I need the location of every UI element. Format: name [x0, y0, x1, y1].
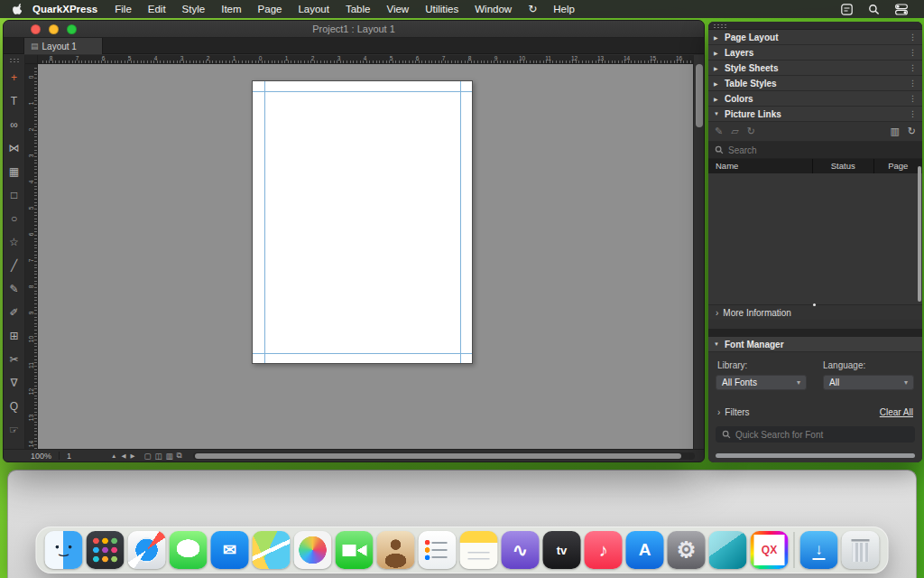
scissors-tool[interactable]: ✂ [4, 348, 25, 371]
safari-icon[interactable] [128, 531, 166, 569]
refresh-icon[interactable]: ↻ [908, 126, 916, 137]
notes-icon[interactable] [460, 531, 498, 569]
palette-scrollbar[interactable] [716, 453, 915, 458]
palette-section-colors[interactable]: ▶ Colors ⋮ [708, 91, 922, 107]
trash-icon[interactable] [842, 531, 880, 569]
search-icon[interactable] [868, 4, 880, 15]
column-header[interactable]: Page [873, 159, 922, 173]
close-button[interactable] [31, 24, 41, 34]
zoom-level-field[interactable]: 100% [31, 452, 51, 461]
downloads-icon[interactable]: ↓ [800, 531, 838, 569]
picture-content-tool[interactable]: ▦ [4, 160, 25, 183]
menu-item[interactable]: Item [221, 4, 241, 14]
pan-tool[interactable]: ☞ [4, 418, 25, 442]
menu-item[interactable]: Utilities [425, 4, 458, 14]
thumbnail-view-icon[interactable]: ▥ [166, 452, 173, 461]
oval-box-tool[interactable]: ○ [4, 207, 25, 230]
tables-tool[interactable]: ⊞ [4, 324, 25, 348]
facetime-icon[interactable] [336, 531, 374, 569]
next-page-icon[interactable]: ▶ [130, 452, 134, 460]
scrollbar-thumb[interactable] [195, 453, 682, 459]
page-number-field[interactable]: 1 [67, 452, 71, 461]
language-dropdown[interactable]: All ▾ [823, 375, 914, 390]
column-header[interactable]: Status [812, 159, 873, 173]
columns-icon[interactable]: ▥ [890, 126, 899, 137]
bezier-pen-tool[interactable]: ✎ [4, 277, 25, 301]
zoom-tool[interactable]: Q [4, 395, 25, 418]
single-page-view-icon[interactable]: ▢ [143, 452, 151, 461]
palette-scrollbar[interactable] [918, 166, 921, 302]
text-unlinking-tool[interactable]: ⋈ [4, 136, 25, 160]
spread-view-icon[interactable]: ◫ [155, 452, 162, 461]
section-menu-icon[interactable]: ⋮ [909, 109, 917, 118]
script-menu-icon[interactable]: ↻ [528, 3, 537, 15]
picture-links-list[interactable] [708, 173, 922, 304]
section-menu-icon[interactable]: ⋮ [909, 79, 917, 88]
palette-section-layers[interactable]: ▶ Layers ⋮ [708, 45, 922, 61]
clear-all-link[interactable]: Clear All [880, 407, 913, 417]
palette-section-style-sheets[interactable]: ▶ Style Sheets ⋮ [708, 61, 922, 76]
vertical-scrollbar[interactable] [693, 55, 704, 449]
edit-original-icon[interactable]: ✎ [715, 126, 723, 137]
more-information-toggle[interactable]: › More Information [708, 304, 922, 320]
eyedropper-tool[interactable]: ∇ [4, 371, 25, 395]
document-page[interactable] [252, 80, 473, 364]
apple-menu[interactable] [12, 3, 23, 15]
update-link-icon[interactable]: ↻ [747, 126, 755, 137]
font-manager-header[interactable]: ▼ Font Manager [708, 337, 922, 352]
menu-item[interactable]: Page [258, 4, 282, 14]
app-menu[interactable]: QuarkXPress [32, 4, 97, 14]
quarkxpress-icon[interactable]: QX [751, 531, 789, 569]
podcasts-icon[interactable]: ∿ [502, 531, 540, 569]
system-settings-icon[interactable]: ⚙ [668, 531, 706, 569]
photos-icon[interactable] [294, 531, 332, 569]
font-search-field[interactable]: Quick Search for Font [716, 426, 915, 443]
maps-icon[interactable] [253, 531, 291, 569]
menu-item[interactable]: Window [475, 4, 512, 14]
horizontal-scrollbar[interactable] [193, 452, 695, 460]
section-menu-icon[interactable]: ⋮ [909, 63, 917, 72]
menu-item[interactable]: Table [346, 4, 371, 14]
minimize-button[interactable] [49, 24, 59, 34]
contacts-icon[interactable] [377, 531, 415, 569]
section-menu-icon[interactable]: ⋮ [909, 94, 917, 103]
music-icon[interactable]: ♪ [585, 531, 623, 569]
scrollbar-thumb[interactable] [696, 64, 703, 127]
menu-item[interactable]: File [115, 4, 132, 14]
item-tool[interactable]: + [4, 66, 25, 89]
layout-tab[interactable]: ▤ Layout 1 [23, 38, 103, 54]
show-in-folder-icon[interactable]: ▱ [731, 126, 738, 137]
palette-header[interactable] [708, 22, 922, 30]
control-center-icon[interactable] [895, 4, 908, 15]
finder-icon[interactable]: ‿ [45, 531, 83, 569]
menu-extra-icon[interactable] [841, 4, 853, 15]
menu-item-help[interactable]: Help [553, 4, 575, 14]
palette-section-picture-links[interactable]: ▼ Picture Links ⋮ [708, 107, 922, 122]
pasteboard-canvas[interactable] [38, 64, 693, 449]
section-menu-icon[interactable]: ⋮ [909, 33, 917, 42]
palette-section-page-layout[interactable]: ▶ Page Layout ⋮ [708, 30, 922, 45]
picture-links-search[interactable]: Search [708, 142, 922, 159]
rectangle-box-tool[interactable]: □ [4, 183, 25, 207]
menu-item[interactable]: Style [182, 4, 206, 14]
menu-item[interactable]: View [386, 4, 409, 14]
page-up-icon[interactable]: ▲ [111, 452, 116, 459]
apple-tv-icon[interactable]: tv [543, 531, 581, 569]
previous-page-icon[interactable]: ◀ [121, 452, 125, 460]
palette-grip[interactable] [9, 58, 20, 63]
section-menu-icon[interactable]: ⋮ [909, 48, 917, 57]
column-header[interactable]: Name [708, 159, 812, 173]
launchpad-icon[interactable] [87, 531, 125, 569]
text-linking-tool[interactable]: ∞ [4, 113, 25, 136]
line-tool[interactable]: ╱ [4, 254, 25, 277]
title-bar[interactable]: Project1 : Layout 1 [4, 21, 704, 38]
fit-view-icon[interactable]: ⧉ [177, 451, 182, 461]
text-content-tool[interactable]: T [4, 89, 25, 113]
zoom-button[interactable] [67, 24, 77, 34]
app-store-icon[interactable]: A [626, 531, 664, 569]
starburst-tool[interactable]: ☆ [4, 230, 25, 254]
messages-icon[interactable] [170, 531, 208, 569]
menu-item[interactable]: Layout [298, 4, 329, 14]
library-dropdown[interactable]: All Fonts ▾ [716, 375, 807, 390]
menu-item[interactable]: Edit [148, 4, 166, 14]
